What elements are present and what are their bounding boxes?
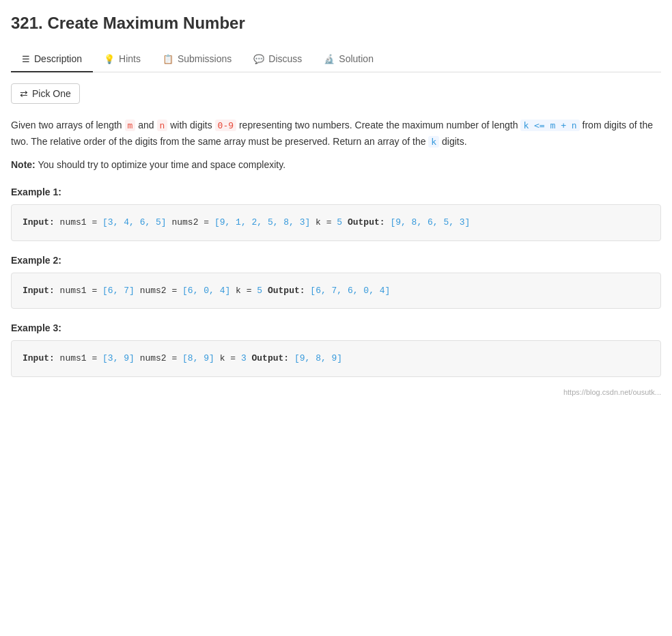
tabs-bar: ☰ Description 💡 Hints 📋 Submissions 💬 Di…: [11, 46, 661, 72]
pick-one-button[interactable]: ⇄ Pick One: [11, 83, 80, 104]
page-title: 321. Create Maximum Number: [11, 14, 661, 33]
note-paragraph: Note: You should try to optimize your ti…: [11, 157, 661, 174]
description-icon: ☰: [22, 54, 30, 64]
tab-discuss-label: Discuss: [268, 53, 302, 64]
tab-discuss[interactable]: 💬 Discuss: [242, 46, 313, 72]
m-code: m: [125, 120, 136, 131]
tab-hints-label: Hints: [119, 53, 141, 64]
note-text: You should try to optimize your time and…: [38, 159, 285, 170]
tab-description[interactable]: ☰ Description: [11, 46, 93, 72]
k-expr-code: k <= m + n: [520, 120, 579, 131]
submissions-icon: 📋: [163, 54, 173, 64]
example-2-code-block: Input: nums1 = [6, 7] nums2 = [6, 0, 4] …: [11, 273, 661, 309]
tab-description-label: Description: [34, 53, 82, 64]
example-1-code-block: Input: nums1 = [3, 4, 6, 5] nums2 = [9, …: [11, 204, 661, 240]
intro-paragraph: Given two arrays of length m and n with …: [11, 117, 661, 150]
example-3-code-block: Input: nums1 = [3, 9] nums2 = [8, 9] k =…: [11, 340, 661, 376]
solution-icon: 🔬: [324, 54, 335, 64]
note-label: Note:: [11, 159, 36, 170]
digits-code: 0-9: [215, 120, 236, 131]
discuss-icon: 💬: [253, 54, 264, 64]
example-3-title: Example 3:: [11, 322, 661, 333]
example-2-title: Example 2:: [11, 255, 661, 266]
watermark: https://blog.csdn.net/ousutk...: [11, 388, 661, 396]
pick-one-label: Pick One: [32, 88, 71, 99]
tab-submissions[interactable]: 📋 Submissions: [152, 46, 242, 72]
tab-solution[interactable]: 🔬 Solution: [313, 46, 384, 72]
tab-hints[interactable]: 💡 Hints: [93, 46, 152, 72]
k-inline-code: k: [428, 136, 439, 148]
tab-submissions-label: Submissions: [178, 53, 232, 64]
description-section: Given two arrays of length m and n with …: [11, 117, 661, 173]
shuffle-icon: ⇄: [20, 88, 28, 99]
n-code: n: [157, 120, 168, 131]
tab-solution-label: Solution: [339, 53, 374, 64]
hints-icon: 💡: [104, 54, 115, 64]
example-1-title: Example 1:: [11, 186, 661, 197]
examples-section: Example 1:Input: nums1 = [3, 4, 6, 5] nu…: [11, 186, 661, 376]
